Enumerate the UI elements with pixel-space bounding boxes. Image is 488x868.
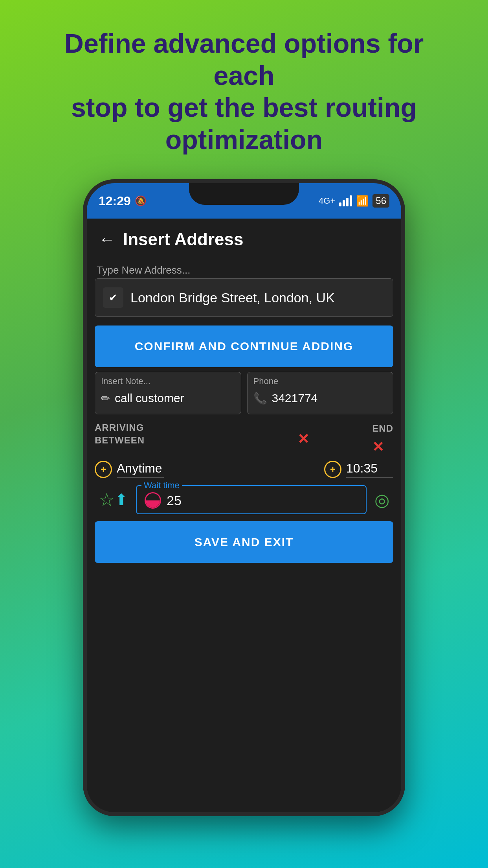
save-exit-button[interactable]: SAVE AND EXIT [95, 521, 393, 563]
page-title: Insert Address [123, 230, 243, 249]
wait-time-label: Wait time [141, 480, 182, 491]
address-section: Type New Address... ✔ London Bridge Stre… [95, 260, 393, 321]
action-row: ☆ ⬆ Wait time 25 ◎ [95, 485, 393, 514]
arriving-between-col: ARRIVING BETWEEN [95, 421, 145, 446]
shield-check-icon: ✔ [103, 287, 123, 308]
note-content: ✏ call customer [101, 388, 235, 408]
phone-content: 📞 3421774 [253, 388, 387, 408]
status-bar-left: 12:29 🔕 [99, 194, 147, 208]
priority-up-icon[interactable]: ⬆ [115, 491, 128, 509]
arriving-label-line1: ARRIVING [95, 421, 144, 434]
status-bar-right: 4G+ 📶 56 [319, 194, 389, 208]
address-value: London Bridge Street, London, UK [130, 290, 335, 305]
headline: Define advanced options for each stop to… [0, 0, 488, 179]
app-bar: ← Insert Address [87, 219, 401, 260]
confirm-continue-button[interactable]: CONFIRM AND CONTINUE ADDING [95, 326, 393, 367]
arriving-section: ARRIVING BETWEEN ✕ END ✕ + [95, 421, 393, 478]
back-button[interactable]: ← [99, 230, 115, 249]
note-label: Insert Note... [101, 376, 235, 386]
phone-device: 12:29 🔕 4G+ 📶 56 ← Insert Address Type N… [83, 179, 405, 816]
end-time-row: + 10:35 [324, 461, 393, 478]
timer-icon [145, 492, 161, 509]
arriving-end-clear-button[interactable]: ✕ [372, 439, 384, 455]
address-input-box[interactable]: ✔ London Bridge Street, London, UK [95, 278, 393, 317]
notch [189, 183, 299, 205]
start-clock-icon: + [95, 461, 112, 478]
battery-icon: 56 [372, 194, 389, 208]
phone-field[interactable]: Phone 📞 3421774 [247, 372, 394, 414]
note-value: call customer [115, 392, 184, 405]
address-placeholder-label: Type New Address... [95, 264, 393, 276]
end-clock-icon: + [324, 461, 341, 478]
star-icon[interactable]: ☆ [99, 489, 115, 510]
wait-time-field[interactable]: Wait time 25 [136, 485, 367, 514]
mute-icon: 🔕 [135, 195, 147, 206]
location-icon[interactable]: ◎ [374, 490, 389, 510]
status-bar: 12:29 🔕 4G+ 📶 56 [87, 183, 401, 219]
start-time-row: + Anytime [95, 461, 164, 478]
phone-icon: 📞 [253, 392, 267, 405]
arriving-start-clear-button[interactable]: ✕ [297, 431, 309, 447]
signal-bars [339, 195, 352, 206]
arriving-times-row: + Anytime + 10:35 [95, 461, 393, 478]
arriving-label-line2: BETWEEN [95, 434, 145, 446]
pencil-icon: ✏ [101, 392, 110, 405]
phone-content: Type New Address... ✔ London Bridge Stre… [87, 260, 401, 816]
phone-value: 3421774 [272, 392, 318, 405]
note-phone-row: Insert Note... ✏ call customer Phone 📞 3… [95, 372, 393, 414]
end-time-value[interactable]: 10:35 [346, 461, 393, 478]
wait-time-content: 25 [145, 489, 358, 509]
wait-time-value: 25 [167, 493, 182, 508]
end-label: END [372, 423, 393, 434]
note-field[interactable]: Insert Note... ✏ call customer [95, 372, 241, 414]
phone-label: Phone [253, 376, 387, 386]
network-label: 4G+ [319, 196, 335, 206]
wifi-icon: 📶 [356, 195, 369, 207]
time-display: 12:29 [99, 194, 131, 208]
start-time-value[interactable]: Anytime [117, 461, 164, 478]
